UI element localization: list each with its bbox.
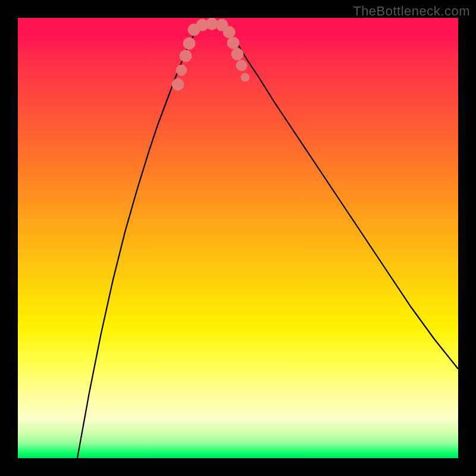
plot-area — [18, 18, 458, 458]
curve-layer — [18, 18, 458, 458]
valley-marker — [236, 60, 247, 71]
valley-marker — [227, 37, 239, 49]
valley-marker — [183, 37, 195, 49]
watermark-text: TheBottleneck.com — [353, 4, 470, 19]
valley-marker — [180, 50, 192, 62]
valley-markers-group — [172, 18, 249, 90]
valley-marker — [231, 48, 243, 60]
chart-container: TheBottleneck.com — [0, 0, 476, 476]
valley-marker — [241, 73, 249, 82]
left-curve — [77, 27, 199, 458]
valley-marker — [223, 26, 235, 38]
valley-marker — [172, 79, 184, 90]
valley-marker — [176, 65, 187, 76]
right-curve — [226, 25, 458, 369]
